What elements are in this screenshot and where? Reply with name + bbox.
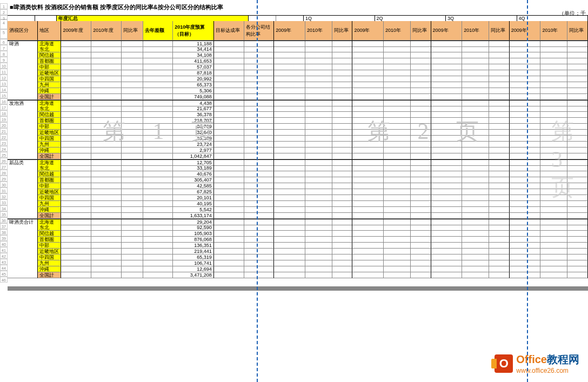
table-row[interactable]: 沖縄12,694 <box>8 266 588 272</box>
row-header[interactable]: 15 <box>0 92 8 98</box>
tax-class-cell <box>8 76 38 82</box>
row-header[interactable]: 27 <box>0 164 8 170</box>
table-row[interactable]: 関信越105,903 <box>8 231 588 237</box>
table-row[interactable]: 近畿地区87,818 <box>8 70 588 76</box>
row-header[interactable]: 36 <box>0 217 8 223</box>
site-logo[interactable]: O Office教程网 www.office26.com <box>495 352 579 374</box>
table-row[interactable]: 九州106,741 <box>8 260 588 266</box>
row-header[interactable]: 11 <box>0 69 8 75</box>
row-header[interactable]: 19 <box>0 116 8 122</box>
table-row[interactable]: 九州23,724 <box>8 142 588 148</box>
row-header[interactable]: 41 <box>0 247 8 253</box>
table-row[interactable]: 东北92,590 <box>8 225 588 231</box>
table-row[interactable]: 九州40,195 <box>8 201 588 207</box>
row-header[interactable]: 33 <box>0 199 8 205</box>
row-header[interactable]: 35 <box>0 211 8 217</box>
table-row[interactable]: 东北21,677 <box>8 106 588 112</box>
row-header[interactable]: 39 <box>0 235 8 241</box>
table-row[interactable]: 関信越40,676 <box>8 171 588 177</box>
table-row[interactable]: 首都圏218,707 <box>8 118 588 124</box>
row-header[interactable]: 17 <box>0 104 8 110</box>
row-header[interactable]: 9 <box>0 57 8 63</box>
row-header[interactable]: 8 <box>0 51 8 57</box>
grid: ■啤酒类饮料 按酒税区分的销售额 按季度区分的同比率&按分公司区分的结构比率 （… <box>8 3 588 284</box>
table-row[interactable]: 中部57,037 <box>8 64 588 70</box>
table-row[interactable]: 沖縄5,542 <box>8 207 588 213</box>
budget-cell: 36,378 <box>173 112 214 118</box>
table-row[interactable]: 中部136,351 <box>8 243 588 249</box>
table-row[interactable]: 发泡酒北海道4,438 <box>8 100 588 106</box>
table-row[interactable]: 新品类北海道12,705 <box>8 159 588 165</box>
row-header[interactable]: 18 <box>0 110 8 116</box>
row-header[interactable]: 20 <box>0 122 8 128</box>
table-row[interactable]: 首都圏411,653 <box>8 58 588 64</box>
table-row[interactable]: 中四国15,389 <box>8 136 588 142</box>
row-header[interactable]: 45 <box>0 271 8 277</box>
row-header[interactable]: 43 <box>0 259 8 265</box>
row-header[interactable]: 32 <box>0 193 8 199</box>
row-header[interactable]: 29 <box>0 176 8 182</box>
table-row[interactable]: 沖縄2,977 <box>8 148 588 153</box>
table-row[interactable]: 首都圏305,407 <box>8 177 588 183</box>
table-row[interactable]: 中部42,585 <box>8 183 588 189</box>
row-header[interactable]: 5 <box>0 29 8 39</box>
table-row[interactable]: 関信越34,108 <box>8 52 588 58</box>
row-header[interactable]: 22 <box>0 134 8 140</box>
row-header[interactable]: 44 <box>0 265 8 271</box>
row-header[interactable]: 4 <box>0 19 8 29</box>
table-row[interactable]: 中四国65,319 <box>8 254 588 260</box>
budget-cell: 87,818 <box>173 70 214 76</box>
row-header[interactable]: 10 <box>0 63 8 69</box>
budget-cell: 20,992 <box>173 76 214 82</box>
row-header[interactable]: 25 <box>0 152 8 158</box>
table-row[interactable]: 首都圏876,068 <box>8 237 588 243</box>
row-header[interactable]: 6 <box>0 39 8 45</box>
row-header[interactable]: 30 <box>0 182 8 187</box>
table-row[interactable]: 中部38,769 <box>8 124 588 130</box>
table-row[interactable]: 东北33,189 <box>8 165 588 171</box>
row-header[interactable]: 37 <box>0 223 8 229</box>
row-header[interactable]: 14 <box>0 86 8 92</box>
table-row[interactable]: 中四国20,992 <box>8 76 588 82</box>
row-header[interactable]: 46 <box>0 277 8 283</box>
unit-label: （单位：千 <box>559 10 586 17</box>
table-row[interactable]: 全国計1,633,174 <box>8 213 588 219</box>
table-row[interactable]: 中四国20,101 <box>8 195 588 201</box>
row-header[interactable]: 28 <box>0 170 8 176</box>
row-header[interactable]: 23 <box>0 140 8 146</box>
sheet-title: ■啤酒类饮料 按酒税区分的销售额 按季度区分的同比率&按分公司区分的结构比率 <box>8 3 223 9</box>
row-header[interactable]: 31 <box>0 187 8 193</box>
budget-cell: 106,741 <box>173 260 214 266</box>
row-header[interactable]: 21 <box>0 128 8 134</box>
row-header[interactable]: 7 <box>0 45 8 51</box>
table-row[interactable]: 近畿地区219,441 <box>8 249 588 254</box>
table-row[interactable]: 全国計3,471,208 <box>8 272 588 278</box>
table-row[interactable]: 関信越36,378 <box>8 112 588 118</box>
row-header[interactable]: 40 <box>0 241 8 247</box>
row-header[interactable]: 38 <box>0 229 8 235</box>
table-row[interactable]: 啤酒北海道11,188 <box>8 41 588 46</box>
row-header[interactable]: 2 <box>0 9 8 15</box>
row-header[interactable]: 3 <box>0 15 8 19</box>
table-row[interactable]: 近畿地区67,825 <box>8 189 588 195</box>
row-header[interactable]: 26 <box>0 158 8 164</box>
row-header[interactable]: 13 <box>0 81 8 86</box>
budget-cell: 21,677 <box>173 106 214 112</box>
table-row[interactable]: 沖縄5,306 <box>8 88 588 94</box>
table-row[interactable]: 啤酒类合计北海道29,204 <box>8 219 588 225</box>
row-header[interactable]: 34 <box>0 205 8 211</box>
region-cell: 全国計 <box>38 94 62 100</box>
tax-class-cell <box>8 195 38 201</box>
hdr-yoy: 同比率 <box>122 21 143 41</box>
tax-class-cell <box>8 52 38 58</box>
table-row[interactable]: 近畿地区32,640 <box>8 130 588 136</box>
row-header[interactable]: 24 <box>0 146 8 152</box>
table-row[interactable]: 全国計749,088 <box>8 94 588 100</box>
row-header[interactable]: 1 <box>0 3 8 9</box>
table-row[interactable]: 九州65,373 <box>8 82 588 88</box>
row-header[interactable]: 16 <box>0 98 8 104</box>
row-header[interactable]: 42 <box>0 253 8 259</box>
row-header[interactable]: 12 <box>0 75 8 81</box>
table-row[interactable]: 全国計1,042,847 <box>8 153 588 159</box>
table-row[interactable]: 东北34,414 <box>8 46 588 52</box>
